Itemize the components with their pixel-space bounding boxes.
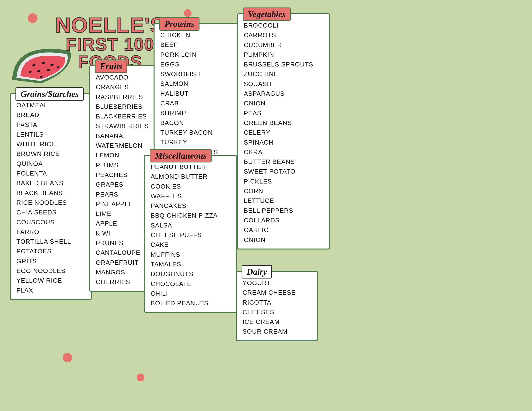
- list-item: Quinoa: [17, 159, 85, 168]
- list-item: Bell Peppers: [244, 206, 323, 215]
- dairy-list: Yogurt Cream Cheese Ricotta Cheeses Ice …: [237, 274, 317, 340]
- list-item: Blueberries: [96, 102, 162, 112]
- list-item: Ricotta: [243, 298, 311, 307]
- list-item: Couscous: [17, 217, 85, 227]
- list-item: Brown Rice: [17, 149, 85, 159]
- fruits-header: Fruits: [95, 59, 127, 73]
- list-item: BBQ Chicken Pizza: [151, 211, 230, 220]
- list-item: Salsa: [151, 221, 230, 230]
- list-item: Turkey: [160, 137, 235, 147]
- list-item: Grits: [17, 256, 85, 266]
- list-item: Pumpkin: [244, 50, 323, 59]
- proteins-header: Proteins: [159, 17, 200, 31]
- list-item: Green Beans: [244, 118, 323, 128]
- list-item: Pickles: [244, 177, 323, 186]
- list-item: Lettuce: [244, 196, 323, 206]
- dot-6: [63, 353, 72, 362]
- list-item: Banana: [96, 131, 162, 141]
- list-item: Brussels Sprouts: [244, 59, 323, 69]
- list-item: Muffins: [151, 250, 230, 259]
- grains-box: Grains/Starches Oatmeal Bread Pasta Lent…: [10, 93, 92, 300]
- list-item: Chicken: [160, 30, 235, 40]
- list-item: Peas: [244, 108, 323, 118]
- list-item: Beef: [160, 40, 235, 50]
- vegetables-header: Vegetables: [243, 8, 291, 21]
- list-item: Swordfish: [160, 69, 235, 79]
- list-item: Oranges: [96, 82, 162, 92]
- list-item: White Rice: [17, 139, 85, 149]
- list-item: Lentils: [17, 130, 85, 139]
- list-item: Okra: [244, 147, 323, 157]
- list-item: Butter Beans: [244, 157, 323, 167]
- misc-list: Peanut Butter Almond Butter Cookies Waff…: [145, 158, 236, 312]
- list-item: Almond Butter: [151, 172, 230, 181]
- list-item: Squash: [244, 79, 323, 89]
- list-item: Flax: [17, 286, 85, 295]
- list-item: Egg Noodles: [17, 266, 85, 276]
- list-item: Bread: [17, 110, 85, 120]
- list-item: Onion: [244, 235, 323, 245]
- list-item: Eggs: [160, 59, 235, 69]
- list-item: Garlic: [244, 225, 323, 235]
- vegetables-list: Broccoli Carrots Cucumber Pumpkin Brusse…: [238, 17, 329, 249]
- list-item: Yogurt: [243, 278, 311, 288]
- list-item: Yellow Rice: [17, 276, 85, 285]
- list-item: Cucumber: [244, 40, 323, 50]
- page: NOELLE'S FIRST 100 FOODS Grains/Starches…: [0, 0, 532, 411]
- list-item: Black Beans: [17, 188, 85, 198]
- grains-header: Grains/Starches: [16, 87, 84, 101]
- list-item: Chili: [151, 289, 230, 298]
- list-item: Avocado: [96, 73, 162, 82]
- dairy-header: Dairy: [242, 265, 272, 279]
- list-item: Farro: [17, 227, 85, 237]
- list-item: Halibut: [160, 89, 235, 98]
- list-item: Collards: [244, 215, 323, 225]
- dairy-label: Dairy: [247, 267, 267, 277]
- list-item: Chia Seeds: [17, 207, 85, 217]
- list-item: Boiled Peanuts: [151, 298, 230, 308]
- list-item: Pasta: [17, 120, 85, 130]
- dot-2: [184, 9, 191, 17]
- fruits-label: Fruits: [100, 61, 122, 71]
- list-item: Strawberries: [96, 121, 162, 131]
- list-item: Shrimp: [160, 108, 235, 118]
- list-item: Broccoli: [244, 20, 323, 30]
- list-item: Cookies: [151, 182, 230, 191]
- grains-label: Grains/Starches: [20, 89, 79, 99]
- list-item: Turkey Bacon: [160, 128, 235, 137]
- list-item: Cream Cheese: [243, 288, 311, 297]
- list-item: Carrots: [244, 30, 323, 40]
- list-item: Doughnuts: [151, 269, 230, 279]
- misc-box: Miscellaneous Peanut Butter Almond Butte…: [144, 155, 237, 313]
- grains-list: Oatmeal Bread Pasta Lentils White Rice B…: [11, 96, 91, 299]
- list-item: Tamales: [151, 259, 230, 269]
- list-item: Polenta: [17, 168, 85, 178]
- list-item: Rice Noodles: [17, 198, 85, 207]
- list-item: Celery: [244, 128, 323, 137]
- proteins-label: Proteins: [164, 19, 194, 29]
- list-item: Asparagus: [244, 89, 323, 98]
- list-item: Potatoes: [17, 246, 85, 256]
- dot-1: [28, 13, 38, 23]
- list-item: Sweet Potato: [244, 167, 323, 176]
- list-item: Baked Beans: [17, 178, 85, 188]
- list-item: Bacon: [160, 118, 235, 128]
- list-item: Ice Cream: [243, 317, 311, 327]
- vegetables-box: Vegetables Broccoli Carrots Cucumber Pum…: [237, 13, 330, 250]
- list-item: Blackberries: [96, 112, 162, 121]
- list-item: Cake: [151, 240, 230, 250]
- list-item: Salmon: [160, 79, 235, 88]
- list-item: Crab: [160, 98, 235, 108]
- list-item: Onion: [244, 98, 323, 108]
- dot-7: [137, 374, 144, 381]
- dairy-box: Dairy Yogurt Cream Cheese Ricotta Cheese…: [236, 271, 318, 341]
- list-item: Spinach: [244, 138, 323, 147]
- list-item: Tortilla Shell: [17, 237, 85, 246]
- list-item: Peanut Butter: [151, 162, 230, 172]
- list-item: Corn: [244, 186, 323, 196]
- misc-label: Miscellaneous: [155, 151, 207, 160]
- list-item: Cheese Puffs: [151, 230, 230, 240]
- list-item: Pork Loin: [160, 50, 235, 59]
- list-item: Cheeses: [243, 307, 311, 317]
- vegetables-label: Vegetables: [248, 9, 285, 19]
